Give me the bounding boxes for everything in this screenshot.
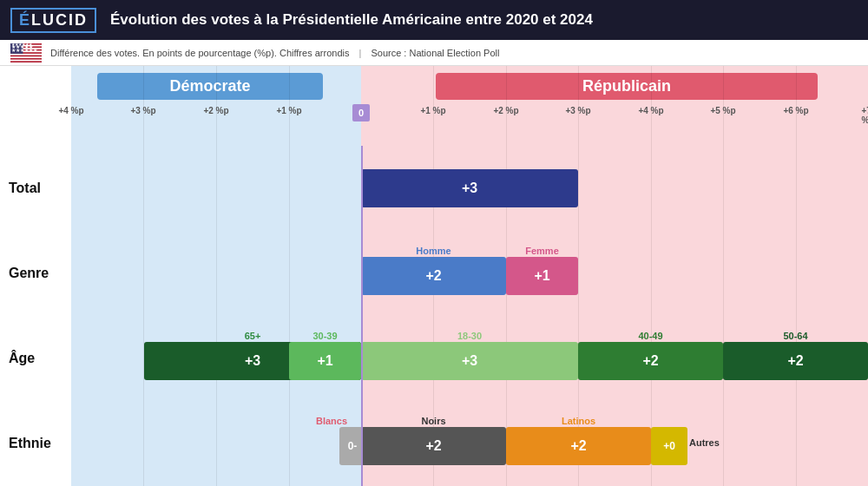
ticks-row: +4 %p +3 %p +2 %p +1 %p 0 +1 %p +2 %p +3… [71,106,868,127]
age-30-39-label: 30-39 [289,331,361,341]
grid-data-3 [289,146,290,486]
bar-ethnie-noirs: +2 [361,427,506,465]
row-label-age: Âge [0,316,71,401]
grid-line-1 [143,66,144,146]
row-label-genre: Genre [0,231,71,316]
ethnie-latinos-label: Latinos [506,416,651,426]
grid-line-8 [723,66,724,146]
chart-right-col: Démocrate Républicain +4 %p +3 %p +2 %p … [71,66,868,486]
svg-rect-5 [10,56,42,58]
age-18-30-label: 18-30 [361,331,578,341]
genre-homme-label: Homme [361,246,506,256]
row-labels-column: Total Genre Âge Ethnie [0,66,71,486]
ethnie-noirs-label: Noirs [361,416,506,426]
bar-age-18-30: +3 [361,342,578,380]
svg-rect-4 [10,53,42,55]
age-50-64-label: 50-64 [723,331,868,341]
bar-age-40-49: +2 [578,342,723,380]
header: ÉLUCID Évolution des votes à la Présiden… [0,0,868,40]
chart-container: Total Genre Âge Ethnie Démocrate [0,66,868,486]
grid-data-2 [216,146,217,486]
tick-plus7: +7 %p [862,106,869,125]
zero-vertical-line [361,146,363,486]
row-label-ethnie: Ethnie [0,401,71,486]
bar-ethnie-latinos: +2 [506,427,651,465]
republican-label: Républicain [436,73,818,100]
subtitle-description: Différence des votes. En points de pourc… [50,48,499,58]
bar-ethnie-autres: +0 [651,427,687,465]
grid-data-1 [143,146,144,486]
bar-total-plus3: +3 [361,169,578,207]
us-flag-icon: ★★★★★★ ★★★★★ ★★★★★★ [10,43,42,62]
grid-line-2 [216,66,217,146]
svg-text:★★★★★★: ★★★★★★ [11,43,33,47]
bar-age-50-64: +2 [723,342,868,380]
grid-line-7 [651,66,652,146]
logo: ÉLUCID [10,8,96,33]
page-title: Évolution des votes à la Présidentielle … [110,11,858,29]
grid-data-8 [723,146,724,486]
bar-genre-femme: +1 [506,257,578,295]
grid-line-4 [433,66,434,146]
tick-minus4: +4 %p [58,106,83,115]
zero-marker: 0 [352,104,370,122]
axis-header: Démocrate Républicain +4 %p +3 %p +2 %p … [71,66,868,146]
grid-data-9 [796,146,797,486]
grid-line-6 [578,66,579,146]
ethnie-blancs-label: Blancs [301,416,362,426]
ethnie-autres-inline-label: Autres [689,437,720,448]
grid-line-9 [796,66,797,146]
subtitle-bar: ★★★★★★ ★★★★★ ★★★★★★ Différence des votes… [0,40,868,66]
grid-line-3 [289,66,290,146]
grid-line-5 [506,66,507,146]
svg-rect-6 [10,59,42,61]
bar-genre-homme: +2 [361,257,506,295]
bar-age-30-39: +1 [289,342,361,380]
genre-femme-label: Femme [506,246,578,256]
row-label-total: Total [0,146,71,231]
age-40-49-label: 40-49 [578,331,723,341]
